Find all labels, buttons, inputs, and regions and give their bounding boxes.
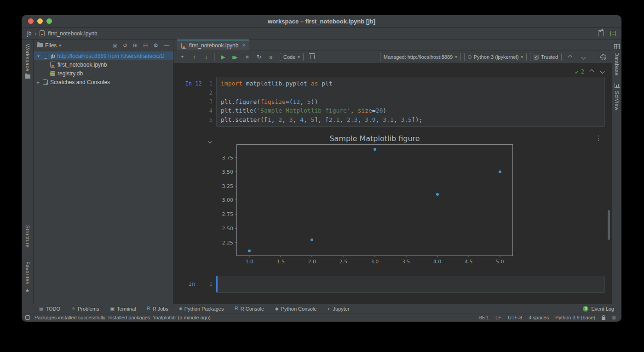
tree-item-first-notebook[interactable]: first_notebook.ipynb [34, 60, 173, 69]
tool-button-todo[interactable]: ▤TODO [39, 306, 60, 312]
lock-icon[interactable] [602, 317, 605, 320]
tree-item-jb[interactable]: ▾ jb http://localhost:8889 from /Users/d… [34, 51, 173, 60]
tool-stripe-database[interactable]: Database [614, 44, 620, 76]
y-tick-label: 2.25 [222, 239, 234, 245]
breadcrumb-root[interactable]: jb [27, 30, 31, 37]
tool-label: R Console [241, 306, 264, 312]
caret-position[interactable]: 65:1 [479, 315, 489, 320]
chevron-right-icon[interactable]: ▸ [36, 80, 40, 85]
tab-first-notebook[interactable]: first_notebook.ipynb × [177, 40, 249, 51]
tree-item-scratches[interactable]: ▸ Scratches and Consoles [34, 78, 173, 86]
add-cell-button[interactable]: + [177, 52, 187, 62]
empty-code-cell[interactable]: In _1 [173, 276, 612, 293]
tool-stripe-sciview[interactable]: SciView [614, 83, 620, 110]
minimize-window-button[interactable] [37, 18, 43, 24]
server-dropdown[interactable]: Managed: http://localhost:8889 ▾ [380, 53, 461, 61]
tool-label: R Jobs [153, 306, 168, 312]
tool-button-python-console[interactable]: ◆Python Console [275, 306, 316, 312]
tool-windows-toggle-icon[interactable] [25, 315, 30, 320]
breadcrumb: jb › first_notebook.ipynb [22, 28, 621, 40]
y-tick-mark [235, 228, 237, 228]
next-executed-cell-button[interactable] [599, 68, 605, 75]
prev-executed-cell-button[interactable] [588, 68, 595, 75]
refresh-icon[interactable]: ↺ [123, 43, 127, 48]
tree-item-registry-db[interactable]: registry.db [34, 69, 173, 78]
file-encoding[interactable]: UTF-8 [508, 315, 522, 320]
toolbar-separator [214, 53, 215, 61]
chevron-down-icon[interactable]: ▾ [36, 54, 40, 58]
expand-all-icon[interactable]: ⊞ [133, 43, 138, 48]
chevron-down-icon: ▾ [521, 55, 523, 59]
open-in-browser-button[interactable] [598, 52, 608, 62]
tool-button-r-console[interactable]: RR Console [235, 306, 264, 312]
y-tick-label: 3.25 [222, 183, 234, 189]
background-tasks-icon[interactable] [612, 316, 616, 320]
checkbox-icon: ✓ [534, 55, 539, 60]
delete-cell-button[interactable] [307, 52, 317, 62]
close-window-button[interactable] [28, 18, 34, 24]
edit-source-icon[interactable] [598, 30, 604, 36]
cell2-editor[interactable] [216, 276, 605, 293]
editor-column: first_notebook.ipynb × + ↑ ↓ ▶ ▶▶ ■ ↻ » … [173, 40, 612, 304]
zoom-window-button[interactable] [46, 18, 52, 24]
prev-cell-button[interactable] [565, 52, 575, 62]
chevron-down-icon [600, 69, 604, 74]
tool-button-problems[interactable]: ⚠Problems [71, 306, 99, 312]
run-cell-button[interactable]: ▶ [218, 52, 228, 62]
gutter-row: 4 [173, 106, 216, 115]
project-view-selector[interactable]: Files [45, 42, 57, 49]
sciview-icon [615, 83, 620, 88]
matplotlib-figure: Sample Matplotlib figure 2.252.502.753.0… [236, 134, 513, 256]
left-stripe-bottom: Structure Favorites ★ [25, 225, 30, 301]
code-line: import matplotlib.pyplot as plt [217, 79, 604, 88]
left-tool-stripe: Workspace Structure Favorites ★ [22, 40, 34, 304]
tool-button-r-jobs[interactable]: RR Jobs [147, 306, 168, 312]
tool-label: TODO [46, 306, 60, 312]
restart-kernel-button[interactable]: ↻ [254, 52, 264, 62]
sciview-stripe-label: SciView [614, 91, 620, 110]
next-cell-button[interactable] [578, 52, 588, 62]
trusted-checkbox[interactable]: ✓ Trusted [530, 53, 562, 61]
code-line: plt.scatter([1, 2, 3, 4, 5], [2.1, 2.3, … [217, 115, 604, 125]
indent-setting[interactable]: 4 spaces [529, 315, 549, 320]
breadcrumb-actions [598, 30, 616, 36]
tool-stripe-favorites[interactable]: Favorites ★ [25, 261, 30, 294]
code-cell[interactable]: In 1212345 import matplotlib.pyplot as p… [173, 77, 612, 127]
python-interpreter[interactable]: Python 3.9 (base) [555, 315, 595, 320]
collapse-all-icon[interactable]: ⊟ [143, 43, 148, 48]
run-all-button[interactable]: ▶▶ [230, 52, 240, 62]
collapse-output-icon[interactable] [208, 136, 212, 145]
star-icon: ★ [25, 288, 30, 294]
cell-exec-label: In _ [189, 281, 202, 287]
line-separator[interactable]: LF [495, 315, 501, 320]
run-all-below-button[interactable]: » [266, 52, 276, 62]
hide-panel-icon[interactable]: — [164, 43, 169, 48]
notebook-editor[interactable]: ✓✓ 2 In 1212345 import matplotlib.pyplot… [173, 63, 612, 304]
y-tick-label: 2.50 [222, 225, 234, 231]
cell1-code[interactable]: import matplotlib.pyplot as plt plt.figu… [216, 77, 605, 127]
bottom-toolbar: ▤TODO⚠Problems▣TerminalRR Jobs≡Python Pa… [22, 304, 621, 313]
tool-stripe-workspace[interactable]: Workspace [25, 44, 30, 79]
cell-type-dropdown[interactable]: Code ▾ [280, 53, 304, 61]
breadcrumb-file[interactable]: first_notebook.ipynb [48, 30, 97, 37]
scrollbar-thumb[interactable] [608, 210, 610, 240]
right-tool-stripe: Database SciView [612, 40, 621, 304]
move-cell-up-button[interactable]: ↑ [189, 52, 199, 62]
output-options-icon[interactable]: ⋮ [595, 134, 602, 142]
tool-stripe-structure[interactable]: Structure [25, 225, 30, 248]
tool-button-python-packages[interactable]: ≡Python Packages [179, 306, 224, 312]
locate-file-icon[interactable]: ◎ [113, 43, 117, 48]
recent-actions-icon[interactable] [610, 31, 616, 36]
tree-detail: http://localhost:8889 from /Users/dradec… [57, 53, 164, 59]
tool-button-terminal[interactable]: ▣Terminal [110, 306, 136, 312]
stop-kernel-button[interactable]: ■ [242, 52, 252, 62]
chevron-down-icon [581, 55, 586, 59]
close-tab-icon[interactable]: × [242, 42, 245, 49]
y-tick-mark [235, 214, 237, 215]
kernel-dropdown[interactable]: Python 3 (ipykernel) ▾ [464, 53, 527, 61]
event-log-button[interactable]: 3 Event Log [583, 306, 614, 312]
tool-button-jupyter[interactable]: ◐Jupyter [328, 306, 349, 312]
line-number: 3 [209, 98, 213, 105]
gear-icon[interactable]: ⚙ [153, 43, 158, 48]
move-cell-down-button[interactable]: ↓ [201, 52, 211, 62]
